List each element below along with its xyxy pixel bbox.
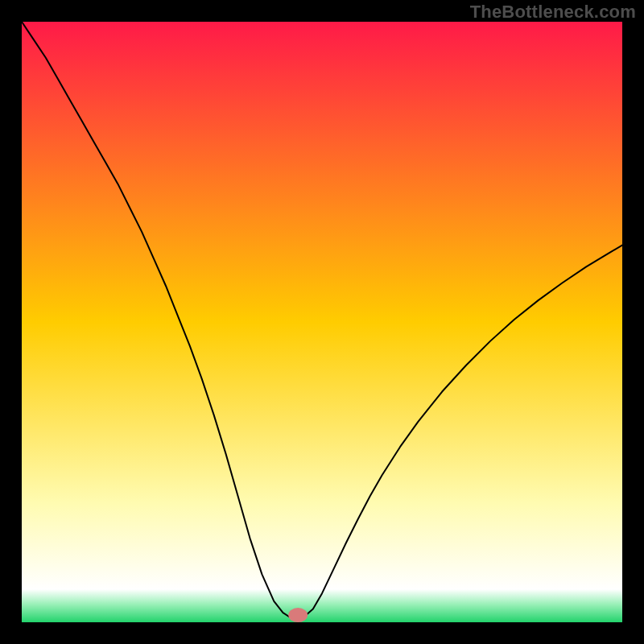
plot-svg xyxy=(22,22,622,622)
watermark-text: TheBottleneck.com xyxy=(470,2,636,23)
chart-frame: TheBottleneck.com xyxy=(0,0,644,644)
plot-background xyxy=(22,22,622,622)
minimum-marker xyxy=(288,608,308,622)
plot-area xyxy=(22,22,622,622)
